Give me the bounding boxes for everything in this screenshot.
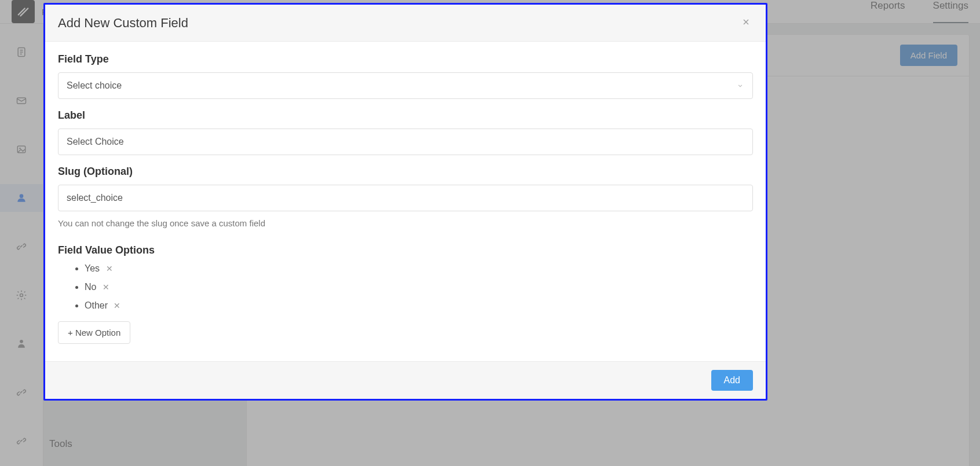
option-label: No: [85, 282, 96, 292]
slug-hint: You can not change the slug once save a …: [58, 218, 753, 228]
slug-label: Slug (Optional): [58, 166, 753, 178]
list-item: Yes ✕: [85, 263, 753, 274]
label-label: Label: [58, 109, 753, 122]
modal-title: Add New Custom Field: [58, 16, 188, 31]
remove-option-button[interactable]: ✕: [114, 301, 120, 310]
modal-footer: Add: [45, 361, 766, 399]
add-custom-field-modal: Add New Custom Field Field Type Select c…: [43, 3, 767, 401]
add-button[interactable]: Add: [711, 370, 753, 391]
close-icon: [741, 17, 751, 27]
options-label: Field Value Options: [58, 244, 753, 256]
list-item: Other ✕: [85, 300, 753, 311]
modal-header: Add New Custom Field: [45, 5, 766, 42]
modal-close-button[interactable]: [739, 14, 753, 32]
field-type-label: Field Type: [58, 53, 753, 65]
option-label: Other: [85, 300, 108, 310]
new-option-button[interactable]: + New Option: [58, 321, 130, 344]
options-list: Yes ✕ No ✕ Other ✕: [58, 263, 753, 311]
field-type-select[interactable]: Select choice: [58, 72, 753, 99]
modal-body: Field Type Select choice Label Slug (Opt…: [45, 42, 766, 361]
chevron-down-icon: [736, 82, 744, 90]
option-label: Yes: [85, 263, 100, 273]
list-item: No ✕: [85, 282, 753, 292]
remove-option-button[interactable]: ✕: [106, 264, 113, 273]
remove-option-button[interactable]: ✕: [103, 282, 109, 292]
slug-input[interactable]: [58, 185, 753, 211]
label-input[interactable]: [58, 129, 753, 155]
field-type-value: Select choice: [67, 80, 122, 91]
